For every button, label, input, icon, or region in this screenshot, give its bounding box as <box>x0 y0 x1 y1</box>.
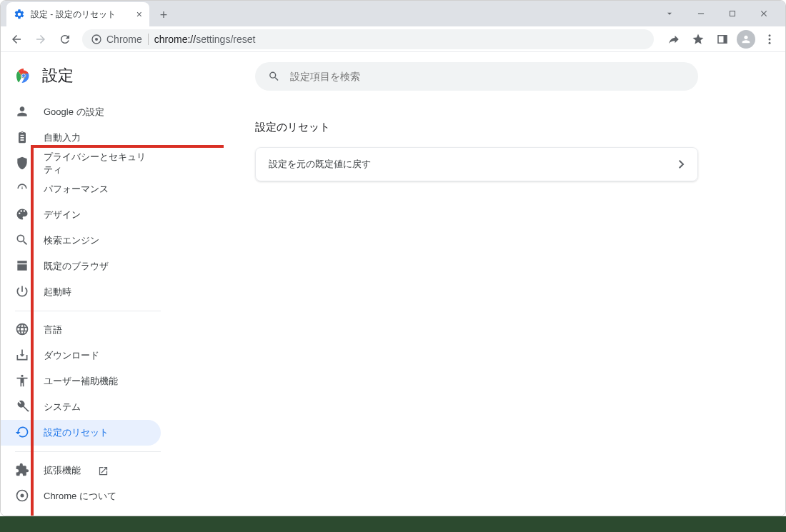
restore-icon <box>15 425 29 441</box>
kebab-menu-icon[interactable] <box>760 29 780 49</box>
sidebar-item-label: 検索エンジン <box>44 234 99 247</box>
window-close-button[interactable] <box>751 4 777 24</box>
titlebar: 設定 - 設定のリセット × + <box>1 1 785 26</box>
settings-search-input[interactable] <box>290 71 685 82</box>
sidebar-item-label: 設定のリセット <box>44 426 109 439</box>
sidebar-item-label: 起動時 <box>44 286 71 298</box>
side-panel-icon[interactable] <box>712 29 732 49</box>
main-panel: 設定のリセット 設定を元の既定値に戻す <box>175 52 785 516</box>
annotation-line <box>31 145 34 516</box>
power-icon <box>15 284 29 301</box>
site-info-chip[interactable]: Chrome <box>91 34 142 45</box>
sidebar-item-palette[interactable]: デザイン <box>1 202 161 228</box>
sidebar-item-accessibility[interactable]: ユーザー補助機能 <box>1 368 161 394</box>
download-icon <box>15 348 29 364</box>
speed-icon <box>15 181 29 198</box>
svg-point-12 <box>22 74 25 77</box>
svg-point-6 <box>769 34 771 36</box>
reload-button[interactable] <box>55 29 75 49</box>
accessibility-icon <box>15 373 29 390</box>
share-icon[interactable] <box>664 29 684 49</box>
svg-rect-1 <box>730 11 735 16</box>
browser-icon <box>15 259 29 275</box>
reset-to-defaults-row[interactable]: 設定を元の既定値に戻す <box>256 148 697 181</box>
settings-search[interactable] <box>255 62 698 91</box>
close-icon[interactable]: × <box>136 9 142 20</box>
maximize-button[interactable] <box>720 4 745 24</box>
chevron-right-icon <box>679 160 685 169</box>
svg-rect-5 <box>724 35 727 43</box>
person-icon <box>15 104 29 121</box>
sidebar-item-chrome[interactable]: Chrome について <box>1 483 161 509</box>
sidebar-item-label: 言語 <box>44 323 62 336</box>
svg-point-7 <box>769 38 771 40</box>
chevron-down-icon[interactable] <box>657 4 682 24</box>
search-icon <box>15 233 29 249</box>
svg-point-3 <box>95 38 98 41</box>
url-text: chrome://settings/reset <box>154 34 256 45</box>
clipboard-icon <box>15 130 29 146</box>
sidebar-item-download[interactable]: ダウンロード <box>1 343 161 368</box>
sidebar-item-label: ユーザー補助機能 <box>44 375 118 388</box>
svg-point-14 <box>21 493 24 497</box>
sidebar-item-shield[interactable]: プライバシーとセキュリティ <box>1 151 161 176</box>
sidebar-item-extension[interactable]: 拡張機能 <box>1 458 161 483</box>
sidebar-item-speed[interactable]: パフォーマンス <box>1 176 161 202</box>
shield-icon <box>15 156 29 172</box>
sidebar-item-power[interactable]: 起動時 <box>1 279 161 305</box>
search-icon <box>268 70 280 83</box>
gear-icon <box>14 9 25 20</box>
sidebar-item-label: 既定のブラウザ <box>44 260 109 273</box>
sidebar-item-label: 拡張機能 <box>44 464 81 477</box>
palette-icon <box>15 207 29 224</box>
sidebar-item-restore[interactable]: 設定のリセット <box>1 420 161 446</box>
chrome-logo-icon <box>15 67 32 84</box>
sidebar-item-label: システム <box>44 401 81 413</box>
address-bar[interactable]: Chrome chrome://settings/reset <box>82 29 654 49</box>
bookmark-star-icon[interactable] <box>688 29 708 49</box>
chrome-icon <box>15 488 29 505</box>
svg-point-8 <box>769 41 771 44</box>
sidebar-item-label: デザイン <box>44 209 81 221</box>
tab-title: 設定 - 設定のリセット <box>31 9 131 21</box>
sidebar-header: 設定 <box>1 56 175 99</box>
globe-icon <box>15 322 29 338</box>
open-in-new-icon <box>98 466 109 476</box>
browser-tab[interactable]: 設定 - 設定のリセット × <box>6 2 149 26</box>
sidebar-item-label: Google の設定 <box>44 106 104 119</box>
minimize-button[interactable] <box>688 4 714 24</box>
sidebar-item-label: ダウンロード <box>44 349 99 362</box>
sidebar: 設定 Google の設定自動入力プライバシーとセキュリティパフォーマンスデザイ… <box>1 52 175 516</box>
sidebar-item-label: プライバシーとセキュリティ <box>44 151 146 176</box>
sidebar-item-browser[interactable]: 既定のブラウザ <box>1 254 161 279</box>
new-tab-button[interactable]: + <box>154 5 174 25</box>
sidebar-item-person[interactable]: Google の設定 <box>1 99 161 125</box>
sidebar-title: 設定 <box>42 65 74 86</box>
forward-button[interactable] <box>31 29 51 49</box>
sidebar-item-globe[interactable]: 言語 <box>1 317 161 343</box>
sidebar-item-search[interactable]: 検索エンジン <box>1 228 161 254</box>
sidebar-item-wrench[interactable]: システム <box>1 394 161 420</box>
extension-icon <box>15 463 29 479</box>
section-title: 設定のリセット <box>255 121 698 134</box>
annotation-line <box>31 145 224 148</box>
profile-avatar[interactable] <box>737 30 755 49</box>
sidebar-item-label: 自動入力 <box>44 131 81 144</box>
svg-rect-0 <box>698 13 704 14</box>
sidebar-item-label: パフォーマンス <box>44 183 109 196</box>
sidebar-item-label: Chrome について <box>44 490 116 503</box>
bottom-strip <box>0 516 786 532</box>
back-button[interactable] <box>6 29 26 49</box>
reset-card: 設定を元の既定値に戻す <box>255 147 698 181</box>
wrench-icon <box>15 399 29 416</box>
address-toolbar: Chrome chrome://settings/reset <box>1 26 785 52</box>
